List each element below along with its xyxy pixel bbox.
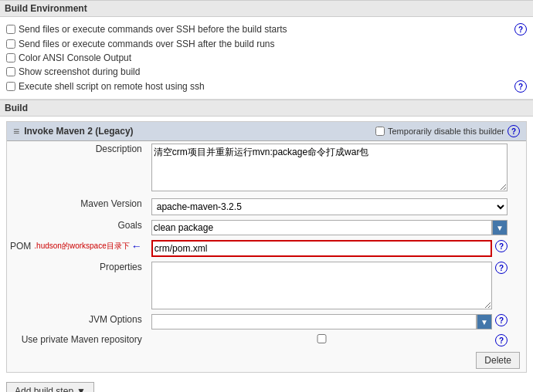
properties-label: Properties (7, 259, 148, 312)
help-icon-disable[interactable]: ? (508, 125, 520, 137)
jvm-options-cell-with-help: ▼ ? (151, 314, 508, 329)
jvm-options-dropdown-btn[interactable]: ▼ (477, 314, 492, 329)
maven-version-select[interactable]: apache-maven-3.2.5 (151, 198, 508, 215)
jvm-options-row: JVM Options ▼ ? (7, 312, 526, 332)
checkbox-disable-builder[interactable] (375, 127, 385, 136)
add-build-step-container: Add build step ▼ (0, 377, 533, 392)
checkbox-row-ssh-after: Send files or execute commands over SSH … (6, 37, 527, 51)
checkbox-ssh-before[interactable] (6, 25, 15, 34)
help-icon-properties[interactable]: ? (495, 262, 508, 274)
jvm-options-input[interactable] (151, 314, 477, 329)
goals-row: Goals ▼ (7, 218, 526, 238)
help-icon-private-repo[interactable]: ? (495, 334, 508, 346)
invoke-maven-header-left: ≡ Invoke Maven 2 (Legacy) (13, 125, 134, 137)
checkbox-ssh-after-label: Send files or execute commands over SSH … (19, 39, 275, 49)
pom-input[interactable] (151, 240, 492, 257)
description-label: Description (7, 141, 148, 196)
checkbox-ssh-before-label: Send files or execute commands over SSH … (19, 24, 287, 35)
jvm-options-label: JVM Options (7, 312, 148, 332)
checkbox-row-ssh-remote: Execute shell script on remote host usin… (6, 79, 527, 94)
private-repo-value-cell: ? (148, 332, 511, 349)
delete-button[interactable]: Delete (476, 352, 520, 369)
add-build-step-button[interactable]: Add build step ▼ (6, 382, 94, 392)
invoke-maven-block: ≡ Invoke Maven 2 (Legacy) Temporarily di… (6, 121, 527, 373)
jvm-options-value-cell: ▼ ? (148, 312, 511, 332)
checkbox-row-ssh-before: Send files or execute commands over SSH … (6, 22, 527, 37)
build-environment-title: Build Environment (5, 3, 87, 14)
properties-cell-with-help: ? (151, 262, 508, 309)
help-icon-pom[interactable]: ? (495, 240, 508, 252)
goals-select-container: ▼ (151, 220, 508, 235)
pom-hint-text: .hudson的workspace目录下 (34, 241, 129, 252)
maven-version-value-cell: apache-maven-3.2.5 (148, 196, 511, 218)
checkbox-private-repo[interactable] (151, 334, 492, 343)
goals-dropdown-btn[interactable]: ▼ (492, 220, 508, 235)
checkbox-row-ansi: Color ANSI Console Output (6, 51, 527, 65)
goals-label: Goals (7, 218, 148, 238)
help-icon-ssh-remote[interactable]: ? (514, 80, 527, 93)
checkbox-ansi[interactable] (6, 53, 15, 63)
maven-form-table: Description 清空crm项目并重新运行mvn:package命令打成w… (7, 141, 526, 349)
maven-version-row: Maven Version apache-maven-3.2.5 (7, 196, 526, 218)
pom-label: POM .hudson的workspace目录下 ← (7, 238, 148, 259)
goals-input[interactable] (151, 220, 492, 235)
pom-label-text: POM (10, 241, 31, 252)
checkbox-ssh-remote-label: Execute shell script on remote host usin… (19, 81, 205, 92)
properties-value-cell: ? (148, 259, 511, 312)
properties-row: Properties ? (7, 259, 526, 312)
disable-builder-label: Temporarily disable this builder (388, 127, 504, 136)
private-repo-label: Use private Maven repository (7, 332, 148, 349)
goals-value-cell: ▼ (148, 218, 511, 238)
pom-value-cell: ? (148, 238, 511, 259)
checkbox-screenshot[interactable] (6, 67, 15, 76)
invoke-maven-header: ≡ Invoke Maven 2 (Legacy) Temporarily di… (7, 122, 526, 141)
build-section: Build ≡ Invoke Maven 2 (Legacy) Temporar… (0, 100, 533, 392)
description-row: Description 清空crm项目并重新运行mvn:package命令打成w… (7, 141, 526, 196)
build-environment-section: Build Environment Send files or execute … (0, 0, 533, 100)
help-icon-ssh-before[interactable]: ? (514, 23, 527, 35)
pom-row: POM .hudson的workspace目录下 ← ? (7, 238, 526, 259)
checkbox-screenshot-label: Show screenshot during build (19, 66, 140, 77)
checkbox-ssh-remote[interactable] (6, 82, 15, 91)
build-title: Build (5, 103, 28, 113)
private-repo-cell-with-help: ? (151, 334, 508, 346)
checkbox-ssh-after[interactable] (6, 39, 15, 49)
add-build-step-arrow: ▼ (76, 386, 86, 392)
pom-hint: .hudson的workspace目录下 ← (34, 240, 141, 252)
maven-version-cell-with-help: apache-maven-3.2.5 (151, 198, 508, 215)
jvm-options-container: ▼ (151, 314, 492, 329)
description-value-cell: 清空crm项目并重新运行mvn:package命令打成war包 (148, 141, 511, 196)
build-environment-header: Build Environment (0, 0, 533, 17)
invoke-maven-title: Invoke Maven 2 (Legacy) (24, 126, 133, 137)
checkbox-row-screenshot: Show screenshot during build (6, 65, 527, 79)
description-textarea[interactable]: 清空crm项目并重新运行mvn:package命令打成war包 (151, 144, 508, 191)
add-build-step-label: Add build step (15, 386, 73, 392)
pom-cell-with-help: ? (151, 240, 508, 257)
build-environment-content: Send files or execute commands over SSH … (0, 17, 533, 100)
private-repo-row: Use private Maven repository ? (7, 332, 526, 349)
build-header: Build (0, 100, 533, 117)
properties-textarea[interactable] (151, 262, 492, 309)
delete-row: Delete (7, 349, 526, 372)
arrow-left-icon: ← (131, 240, 142, 252)
checkbox-ansi-label: Color ANSI Console Output (19, 52, 131, 63)
maven-version-label: Maven Version (7, 196, 148, 218)
help-icon-jvm[interactable]: ? (495, 314, 508, 326)
drag-handle-icon[interactable]: ≡ (13, 125, 19, 137)
invoke-maven-header-right: Temporarily disable this builder ? (375, 125, 520, 137)
